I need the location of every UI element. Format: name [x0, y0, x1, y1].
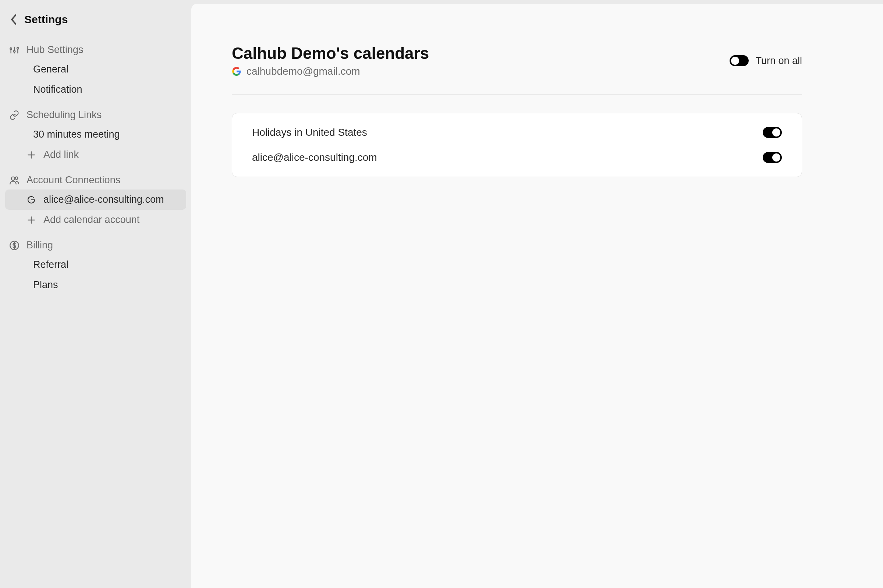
sidebar-item-account-alice[interactable]: alice@alice-consulting.com: [5, 189, 186, 210]
calendar-label: alice@alice-consulting.com: [252, 152, 377, 164]
calendars-card: Holidays in United States alice@alice-co…: [232, 113, 802, 177]
calendar-toggle-holidays[interactable]: [763, 127, 782, 138]
calendar-row: Holidays in United States: [232, 120, 802, 145]
sliders-icon: [9, 45, 20, 56]
users-icon: [9, 175, 20, 186]
sidebar-item-general[interactable]: General: [5, 59, 186, 80]
plus-icon: [26, 149, 37, 160]
sidebar-item-add-calendar-account[interactable]: Add calendar account: [5, 210, 186, 230]
sidebar-item-label: General: [33, 64, 69, 75]
svg-point-3: [10, 48, 12, 50]
sidebar-item-30min-meeting[interactable]: 30 minutes meeting: [5, 124, 186, 145]
sidebar-section-scheduling: Scheduling Links 30 minutes meeting Add …: [5, 106, 186, 165]
sidebar-section-accounts: Account Connections alice@alice-consulti…: [5, 171, 186, 230]
sidebar-item-label: Notification: [33, 84, 82, 95]
sidebar-header: Settings: [5, 10, 186, 34]
sidebar: Settings Hub Settings General Notificati…: [0, 0, 191, 588]
sidebar-item-notification[interactable]: Notification: [5, 80, 186, 100]
calendar-row: alice@alice-consulting.com: [232, 145, 802, 170]
page-header: Calhub Demo's calendars calhubdemo@gmail…: [232, 44, 802, 94]
sidebar-item-label: alice@alice-consulting.com: [43, 194, 164, 206]
turn-on-all-toggle[interactable]: [730, 55, 749, 66]
sidebar-item-label: 30 minutes meeting: [33, 129, 120, 140]
svg-point-9: [15, 177, 18, 179]
main-content: Calhub Demo's calendars calhubdemo@gmail…: [191, 4, 883, 588]
google-logo-icon: [232, 67, 241, 76]
turn-on-all: Turn on all: [730, 55, 802, 67]
account-email-row: calhubdemo@gmail.com: [232, 66, 429, 77]
svg-point-4: [13, 50, 15, 52]
plus-icon: [26, 214, 37, 225]
account-connections-label: Account Connections: [5, 171, 186, 189]
sidebar-item-plans[interactable]: Plans: [5, 275, 186, 295]
sidebar-item-label: Referral: [33, 259, 69, 270]
link-icon: [9, 110, 20, 121]
sidebar-item-referral[interactable]: Referral: [5, 255, 186, 275]
account-email: calhubdemo@gmail.com: [246, 66, 360, 77]
sidebar-item-label: Add link: [43, 149, 79, 160]
billing-label: Billing: [5, 236, 186, 255]
page-title-block: Calhub Demo's calendars calhubdemo@gmail…: [232, 44, 429, 77]
turn-on-all-label: Turn on all: [756, 55, 802, 67]
back-button[interactable]: [9, 14, 19, 25]
settings-title: Settings: [24, 13, 68, 26]
sidebar-section-hub: Hub Settings General Notification: [5, 40, 186, 100]
sidebar-item-label: Plans: [33, 279, 58, 291]
scheduling-links-label: Scheduling Links: [5, 106, 186, 124]
sidebar-item-add-link[interactable]: Add link: [5, 145, 186, 165]
svg-point-5: [17, 48, 19, 49]
chevron-left-icon: [10, 14, 18, 25]
page-title: Calhub Demo's calendars: [232, 44, 429, 63]
google-icon: [26, 194, 37, 206]
dollar-icon: [9, 240, 20, 251]
sidebar-section-billing: Billing Referral Plans: [5, 236, 186, 295]
hub-settings-label: Hub Settings: [5, 40, 186, 59]
sidebar-item-label: Add calendar account: [43, 214, 139, 225]
calendar-label: Holidays in United States: [252, 127, 367, 138]
svg-point-8: [11, 177, 15, 180]
calendar-toggle-alice[interactable]: [763, 152, 782, 163]
